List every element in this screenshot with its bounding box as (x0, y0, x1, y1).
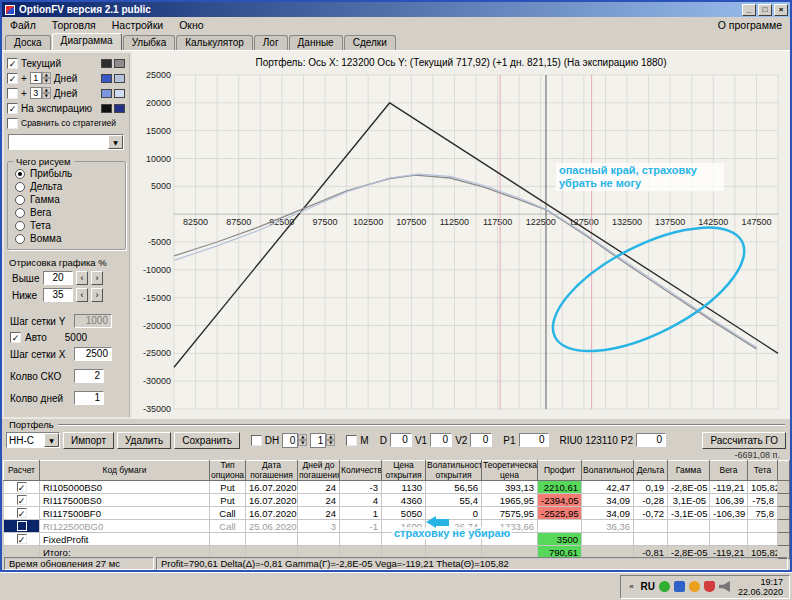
language-indicator[interactable]: RU (641, 581, 655, 592)
table-scrollbar[interactable] (778, 533, 790, 546)
cell-code[interactable]: RI117500BS0 (40, 494, 210, 507)
hidden-icons-chevron-icon[interactable]: « (627, 582, 637, 591)
tray-icon-shield[interactable] (704, 581, 715, 592)
table-scrollbar[interactable] (778, 481, 790, 494)
cell-profit[interactable]: -2525,95 (538, 507, 582, 520)
above-decrease-button[interactable]: ‹ (76, 271, 88, 285)
cell-profit[interactable]: -2394,05 (538, 494, 582, 507)
cell-code[interactable]: RI122500BG0 (40, 520, 210, 533)
cell-days-to-expiry[interactable] (298, 533, 340, 546)
plus-1-day-days-spinner[interactable]: 1▲▼ (30, 72, 51, 84)
current-checkbox[interactable] (7, 58, 18, 69)
cell-theta[interactable] (748, 533, 778, 546)
cell-expiry-date[interactable]: 25.06.2020 (246, 520, 298, 533)
row-calc-checkbox[interactable] (17, 508, 27, 518)
table-scrollbar[interactable] (778, 520, 790, 533)
cell-expiry-date[interactable]: 16.07.2020 (246, 507, 298, 520)
sko-count-input[interactable]: 2 (74, 369, 104, 383)
col-header-gamma[interactable]: Гамма (668, 461, 710, 481)
tab-data[interactable]: Данные (289, 35, 343, 50)
cell-quantity[interactable]: -1 (340, 520, 382, 533)
cell-expiry-date[interactable]: 16.07.2020 (246, 481, 298, 494)
cell-expiry-date[interactable] (246, 533, 298, 546)
cell-volatility[interactable]: 34,09 (582, 494, 634, 507)
row-calc-checkbox-cell[interactable] (4, 481, 40, 494)
cell-gamma[interactable]: -3,1E-05 (668, 507, 710, 520)
row-calc-checkbox-cell[interactable] (4, 520, 40, 533)
cell-code[interactable]: RI105000BS0 (40, 481, 210, 494)
row-calc-checkbox[interactable] (17, 495, 27, 505)
radio-vega[interactable] (15, 208, 25, 218)
tab-smile[interactable]: Улыбка (123, 35, 176, 50)
plus-1-day-checkbox[interactable] (7, 73, 18, 84)
table-scrollbar[interactable] (778, 494, 790, 507)
below-decrease-button[interactable]: ‹ (76, 288, 88, 302)
cell-open-price[interactable]: 5050 (382, 507, 426, 520)
menu-item-trade[interactable]: Торговля (44, 18, 104, 32)
delete-button[interactable]: Удалить (117, 432, 171, 449)
table-scrollbar[interactable] (778, 507, 790, 520)
cell-open-volatility[interactable]: 56,56 (426, 481, 482, 494)
row-calc-checkbox-cell[interactable] (4, 494, 40, 507)
cell-type[interactable]: Put (210, 494, 246, 507)
position-row[interactable]: RI117500BS0Put16.07.2020244436055,41965,… (4, 494, 790, 507)
tray-icon-app-blue[interactable] (674, 581, 685, 592)
row-calc-checkbox-cell[interactable] (4, 533, 40, 546)
radio-vomma[interactable] (15, 234, 25, 244)
cell-theta[interactable] (748, 520, 778, 533)
auto-grid-checkbox[interactable] (10, 332, 21, 343)
tab-calculator[interactable]: Калькулятор (176, 35, 253, 50)
radio-delta[interactable] (15, 182, 25, 192)
cell-delta[interactable]: -0,72 (634, 507, 668, 520)
cell-delta[interactable]: -0,28 (634, 494, 668, 507)
col-header-open-price[interactable]: Цена открытия (382, 461, 426, 481)
cell-open-price[interactable]: 1130 (382, 481, 426, 494)
col-header-profit[interactable]: Профит (538, 461, 582, 481)
cell-profit[interactable] (538, 520, 582, 533)
col-header-volatility[interactable]: Волатильность (582, 461, 634, 481)
cell-code[interactable]: RI117500BF0 (40, 507, 210, 520)
expiration-checkbox[interactable] (7, 103, 18, 114)
cell-vega[interactable]: -119,21 (710, 481, 748, 494)
dh-spinner-1[interactable]: 0 ▲▼ (282, 433, 307, 448)
col-header-code[interactable]: Код бумаги (40, 461, 210, 481)
below-increase-button[interactable]: › (91, 288, 103, 302)
cell-type[interactable]: Call (210, 507, 246, 520)
row-calc-checkbox[interactable] (17, 534, 27, 544)
cell-vega[interactable] (710, 520, 748, 533)
cell-gamma[interactable]: -2,8E-05 (668, 481, 710, 494)
cell-profit[interactable]: 2210,61 (538, 481, 582, 494)
dh-checkbox[interactable] (251, 435, 262, 446)
cell-theta[interactable]: 105,82 (748, 481, 778, 494)
cell-delta[interactable] (634, 533, 668, 546)
cell-quantity[interactable]: 4 (340, 494, 382, 507)
cell-days-to-expiry[interactable]: 24 (298, 507, 340, 520)
col-header-type[interactable]: Тип опциона (210, 461, 246, 481)
row-calc-checkbox[interactable] (17, 482, 27, 492)
col-header-days-to-expiry[interactable]: Дней до погашения (298, 461, 340, 481)
spin-down-icon[interactable]: ▼ (42, 78, 51, 84)
cell-code[interactable]: FixedProfit (40, 533, 210, 546)
below-input[interactable]: 35 (43, 288, 73, 302)
cell-days-to-expiry[interactable]: 24 (298, 481, 340, 494)
cell-volatility[interactable]: 34,09 (582, 507, 634, 520)
tab-log[interactable]: Лог (254, 35, 288, 50)
col-header-open-volatility[interactable]: Волатильность открытия (426, 461, 482, 481)
minimize-button[interactable]: _ (742, 4, 756, 16)
cell-gamma[interactable] (668, 520, 710, 533)
spin-down-icon[interactable]: ▼ (42, 93, 51, 99)
menu-item-window[interactable]: Окно (171, 18, 211, 32)
menu-item-file[interactable]: Файл (2, 18, 44, 32)
plus-3-days-checkbox[interactable] (7, 88, 18, 99)
col-header-quantity[interactable]: Количество (340, 461, 382, 481)
taskbar-clock[interactable]: 19:17 22.06.2020 (738, 577, 783, 597)
col-header-expiry-date[interactable]: Дата погашения (246, 461, 298, 481)
m-checkbox[interactable] (346, 435, 357, 446)
chevron-down-icon[interactable]: ▼ (44, 433, 59, 447)
cell-vega[interactable] (710, 533, 748, 546)
tray-icon-app-orange[interactable] (689, 581, 700, 592)
cell-theoretical-price[interactable]: 1965,95 (482, 494, 538, 507)
position-row[interactable]: RI117500BF0Call16.07.2020241505007575,95… (4, 507, 790, 520)
cell-profit[interactable]: 3500 (538, 533, 582, 546)
cell-quantity[interactable] (340, 533, 382, 546)
